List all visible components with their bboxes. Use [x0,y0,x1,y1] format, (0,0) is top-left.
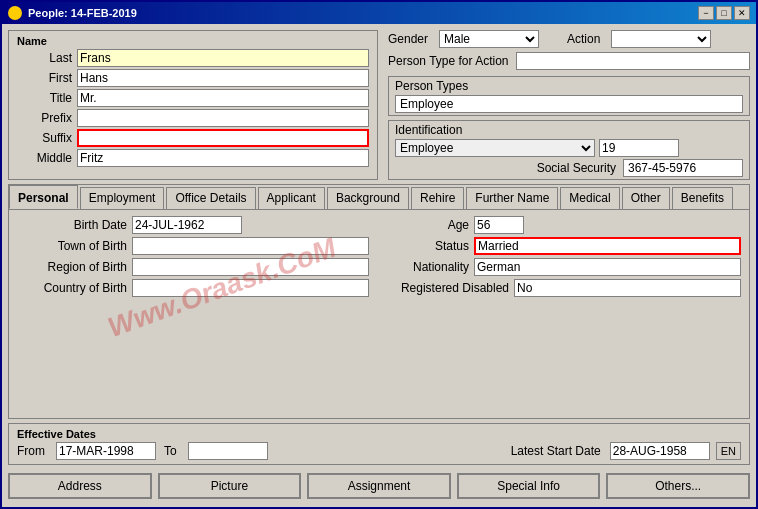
social-security-label: Social Security [537,161,616,175]
country-of-birth-input[interactable] [132,279,369,297]
social-security-row: Social Security 367-45-5976 [395,159,743,177]
main-content: Name Last First Title Prefix [2,24,756,507]
action-label: Action [567,32,600,46]
social-security-value: 367-45-5976 [623,159,743,177]
person-type-for-action-label: Person Type for Action [388,54,509,68]
assignment-button[interactable]: Assignment [307,473,451,499]
person-type-value: Employee [395,95,743,113]
gender-select[interactable]: Male Female [439,30,539,48]
picture-button[interactable]: Picture [158,473,302,499]
title-bar: People: 14-FEB-2019 − □ ✕ [2,2,756,24]
maximize-button[interactable]: □ [716,6,732,20]
birth-date-input[interactable] [132,216,242,234]
tab-office-details[interactable]: Office Details [166,187,255,209]
last-label: Last [17,51,72,65]
town-of-birth-row: Town of Birth [17,237,369,255]
tabs-header: Personal Employment Office Details Appli… [9,185,749,210]
window-icon [8,6,22,20]
effective-dates-section: Effective Dates From To Latest Start Dat… [8,423,750,465]
name-group: Name Last First Title Prefix [8,30,378,180]
to-input[interactable] [188,442,268,460]
region-of-birth-row: Region of Birth [17,258,369,276]
town-of-birth-label: Town of Birth [17,239,127,253]
bottom-buttons: Address Picture Assignment Special Info … [8,469,750,501]
name-group-label: Name [17,35,369,47]
prefix-label: Prefix [17,111,72,125]
tab-rehire[interactable]: Rehire [411,187,464,209]
nationality-label: Nationality [389,260,469,274]
prefix-row: Prefix [17,109,369,127]
first-input[interactable] [77,69,369,87]
title-label: Title [17,91,72,105]
suffix-label: Suffix [17,131,72,145]
nationality-input[interactable] [474,258,741,276]
tab-background[interactable]: Background [327,187,409,209]
middle-input[interactable] [77,149,369,167]
gender-action-row: Gender Male Female Action [388,30,750,48]
id-number-input[interactable] [599,139,679,157]
status-input[interactable] [474,237,741,255]
middle-row: Middle [17,149,369,167]
right-panel: Gender Male Female Action Person Type fo… [388,30,750,180]
first-row: First [17,69,369,87]
age-input[interactable] [474,216,524,234]
country-of-birth-row: Country of Birth [17,279,369,297]
tab-medical[interactable]: Medical [560,187,619,209]
title-bar-buttons: − □ ✕ [698,6,750,20]
minimize-button[interactable]: − [698,6,714,20]
registered-disabled-label: Registered Disabled [389,281,509,295]
gender-label: Gender [388,32,428,46]
latest-start-input[interactable] [610,442,710,460]
address-button[interactable]: Address [8,473,152,499]
left-col: Birth Date Town of Birth Region of Birth [17,216,369,300]
tab-personal[interactable]: Personal [9,185,78,209]
country-of-birth-label: Country of Birth [17,281,127,295]
region-of-birth-input[interactable] [132,258,369,276]
from-label: From [17,444,45,458]
latest-start-label: Latest Start Date [511,444,601,458]
effective-dates-row: From To Latest Start Date EN [17,442,741,460]
tab-applicant[interactable]: Applicant [258,187,325,209]
window-title: People: 14-FEB-2019 [28,7,137,19]
last-row: Last [17,49,369,67]
tab-content-grid: Birth Date Town of Birth Region of Birth [17,216,741,300]
registered-disabled-input[interactable] [514,279,741,297]
tab-employment[interactable]: Employment [80,187,165,209]
to-label: To [164,444,177,458]
title-input[interactable] [77,89,369,107]
person-type-for-action-input[interactable] [516,52,750,70]
others-button[interactable]: Others... [606,473,750,499]
identification-row: Employee [395,139,743,157]
person-type-for-action-row: Person Type for Action [388,52,750,70]
tab-further-name[interactable]: Further Name [466,187,558,209]
top-section: Name Last First Title Prefix [8,30,750,180]
right-col: Age Status Nationality Registered D [389,216,741,300]
personal-tab-content: Birth Date Town of Birth Region of Birth [9,210,749,418]
title-row: Title [17,89,369,107]
age-label: Age [389,218,469,232]
tab-other[interactable]: Other [622,187,670,209]
en-button[interactable]: EN [716,442,741,460]
close-button[interactable]: ✕ [734,6,750,20]
special-info-button[interactable]: Special Info [457,473,601,499]
main-window: People: 14-FEB-2019 − □ ✕ Www.Oraask.CoM… [0,0,758,509]
suffix-input[interactable] [77,129,369,147]
action-select[interactable] [611,30,711,48]
id-type-select[interactable]: Employee [395,139,595,157]
registered-disabled-row: Registered Disabled [389,279,741,297]
latest-start-section: Latest Start Date EN [511,442,741,460]
suffix-row: Suffix [17,129,369,147]
nationality-row: Nationality [389,258,741,276]
prefix-input[interactable] [77,109,369,127]
town-of-birth-input[interactable] [132,237,369,255]
birth-date-row: Birth Date [17,216,369,234]
identification-label: Identification [395,123,743,137]
from-input[interactable] [56,442,156,460]
middle-label: Middle [17,151,72,165]
tab-benefits[interactable]: Benefits [672,187,733,209]
region-of-birth-label: Region of Birth [17,260,127,274]
title-bar-text: People: 14-FEB-2019 [8,6,137,20]
identification-box: Identification Employee Social Security … [388,120,750,180]
last-input[interactable] [77,49,369,67]
first-label: First [17,71,72,85]
